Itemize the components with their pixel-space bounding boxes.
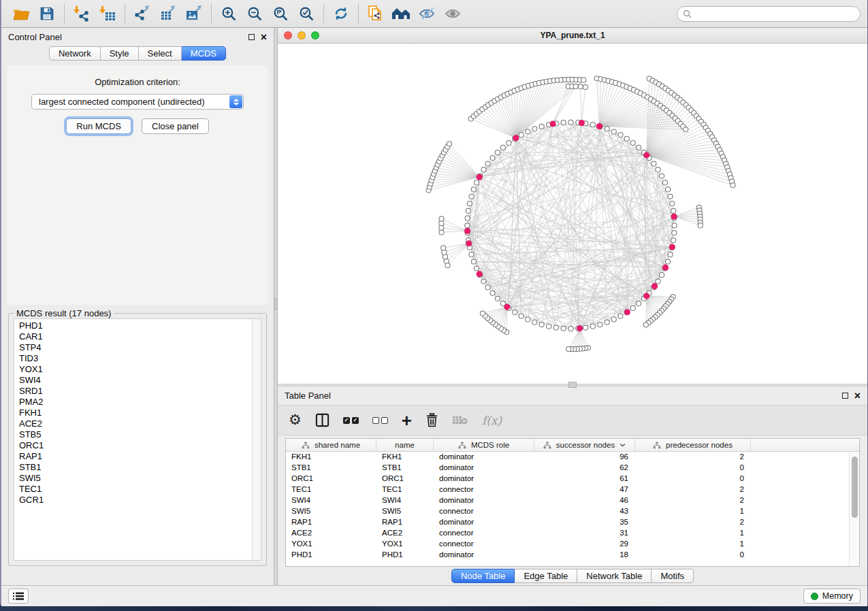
- duplicate-network-button[interactable]: [363, 3, 389, 24]
- import-network-button[interactable]: [69, 3, 95, 24]
- export-image-button[interactable]: [181, 3, 207, 24]
- table-body: FKH1FKH1dominator962STB1STB1dominator620…: [286, 452, 859, 566]
- table-row[interactable]: PHD1PHD1dominator180: [286, 550, 859, 561]
- close-panel-button[interactable]: Close panel: [142, 118, 209, 134]
- table-row[interactable]: STB1STB1dominator620: [286, 463, 859, 474]
- select-all-button[interactable]: ✓ ✓: [343, 410, 359, 431]
- mcds-result-item[interactable]: TID3: [19, 353, 252, 364]
- close-window-icon[interactable]: [284, 31, 292, 39]
- minimize-window-icon[interactable]: [298, 31, 306, 39]
- mcds-result-item[interactable]: RAP1: [19, 451, 252, 462]
- mcds-result-item[interactable]: YOX1: [19, 364, 252, 375]
- tab-motifs[interactable]: Motifs: [652, 569, 694, 583]
- mcds-result-item[interactable]: STB5: [19, 429, 252, 440]
- column-header-mcds-role[interactable]: MCDS role: [434, 439, 534, 451]
- table-toolbar: ⚙ ✓ ✓: [278, 405, 867, 435]
- close-panel-icon[interactable]: ×: [261, 34, 267, 41]
- float-panel-icon[interactable]: [248, 34, 255, 40]
- mcds-result-item[interactable]: SRD1: [19, 386, 252, 397]
- table-cell: dominator: [434, 550, 534, 561]
- column-header-predecessor-nodes[interactable]: predecessor nodes: [635, 439, 751, 451]
- export-table-button[interactable]: [155, 3, 181, 24]
- table-cell: RAP1: [286, 517, 376, 528]
- float-panel-icon[interactable]: [842, 393, 848, 399]
- maximize-window-icon[interactable]: [311, 31, 319, 39]
- tab-mcds[interactable]: MCDS: [182, 46, 226, 61]
- zoom-selected-button[interactable]: [293, 3, 319, 24]
- mcds-result-item[interactable]: CAR1: [19, 331, 252, 342]
- table-row[interactable]: SWI4SWI4dominator462: [286, 495, 859, 506]
- criterion-value: largest connected component (undirected): [39, 97, 205, 107]
- close-panel-icon[interactable]: ×: [854, 393, 861, 399]
- mcds-result-item[interactable]: ACE2: [19, 418, 252, 429]
- refresh-button[interactable]: [328, 3, 354, 24]
- mcds-result-item[interactable]: FKH1: [19, 408, 252, 418]
- table-row[interactable]: RAP1RAP1dominator352: [286, 517, 859, 528]
- column-header-successor-nodes[interactable]: successor nodes: [534, 439, 635, 451]
- tab-style[interactable]: Style: [101, 46, 139, 61]
- table-row[interactable]: TEC1TEC1connector472: [286, 484, 859, 495]
- delete-table-button[interactable]: [452, 410, 468, 431]
- column-label: successor nodes: [556, 441, 615, 449]
- horizontal-splitter-grip[interactable]: [568, 382, 577, 388]
- column-header-filler: [751, 439, 859, 451]
- mcds-result-item[interactable]: STP4: [19, 342, 252, 353]
- mcds-result-listwrap: PHD1CAR1STP4TID3YOX1SWI4SRD1PMA2FKH1ACE2…: [14, 318, 261, 561]
- table-row[interactable]: FKH1FKH1dominator962: [286, 452, 859, 463]
- add-column-button[interactable]: +: [402, 410, 412, 431]
- zoom-in-button[interactable]: [216, 3, 242, 24]
- function-builder-button[interactable]: f(x): [482, 410, 502, 431]
- mcds-result-item[interactable]: PMA2: [19, 397, 252, 408]
- desktop: Control Panel × NetworkStyleSelectMCDS O…: [0, 0, 868, 611]
- table-scrollbar[interactable]: [849, 452, 859, 566]
- zoom-fit-icon: [273, 6, 289, 22]
- mcds-result-item[interactable]: ORC1: [19, 440, 252, 451]
- save-session-button[interactable]: [34, 3, 60, 24]
- table-row[interactable]: SWI5SWI5connector431: [286, 506, 859, 517]
- hide-details-button[interactable]: [415, 3, 440, 24]
- zoom-fit-button[interactable]: [268, 3, 293, 24]
- tab-network[interactable]: Network: [49, 46, 101, 61]
- table-cell: 35: [534, 517, 635, 528]
- mcds-result-item[interactable]: SWI4: [19, 375, 252, 386]
- tab-edge-table[interactable]: Edge Table: [515, 569, 577, 583]
- import-table-button[interactable]: [95, 3, 120, 24]
- deselect-all-button[interactable]: [372, 410, 388, 431]
- search-input[interactable]: [677, 6, 861, 22]
- criterion-dropdown[interactable]: largest connected component (undirected): [31, 94, 244, 110]
- run-mcds-button[interactable]: Run MCDS: [66, 118, 131, 134]
- mcds-list-scrollbar[interactable]: [252, 319, 261, 560]
- status-bar: Memory: [1, 585, 867, 606]
- tab-node-table[interactable]: Node Table: [451, 569, 515, 583]
- table-row[interactable]: ORC1ORC1dominator610: [286, 474, 859, 484]
- open-file-button[interactable]: [8, 3, 34, 24]
- tab-select[interactable]: Select: [139, 46, 182, 61]
- memory-button[interactable]: Memory: [803, 589, 861, 604]
- table-cell: 2: [635, 495, 751, 506]
- mcds-result-item[interactable]: PHD1: [19, 320, 252, 331]
- column-header-shared-name[interactable]: shared name: [286, 439, 376, 451]
- mcds-result-item[interactable]: STB1: [19, 462, 252, 473]
- tab-network-table[interactable]: Network Table: [577, 569, 652, 583]
- table-scrollbar-thumb[interactable]: [852, 457, 858, 518]
- horizontal-splitter[interactable]: [278, 384, 867, 386]
- network-canvas[interactable]: [278, 44, 867, 384]
- unchecked-box-icon: [381, 417, 388, 424]
- eye-icon: [445, 6, 462, 21]
- export-network-button[interactable]: [129, 3, 155, 24]
- mcds-result-item[interactable]: SWI5: [19, 473, 252, 484]
- zoom-out-button[interactable]: [242, 3, 268, 24]
- mcds-result-item[interactable]: TEC1: [19, 484, 252, 495]
- mcds-result-item[interactable]: GCR1: [19, 495, 252, 506]
- column-header-name[interactable]: name: [376, 439, 434, 451]
- show-details-button[interactable]: [440, 3, 466, 24]
- table-row[interactable]: YOX1YOX1connector291: [286, 539, 859, 550]
- first-neighbors-button[interactable]: [389, 3, 415, 24]
- cytoscape-window: Control Panel × NetworkStyleSelectMCDS O…: [1, 0, 868, 606]
- export-image-icon: [185, 5, 203, 22]
- table-row[interactable]: ACE2ACE2connector311: [286, 528, 859, 539]
- show-columns-button[interactable]: [315, 410, 329, 431]
- table-settings-button[interactable]: ⚙: [289, 410, 302, 431]
- delete-column-button[interactable]: [425, 410, 438, 431]
- task-history-button[interactable]: [8, 589, 29, 604]
